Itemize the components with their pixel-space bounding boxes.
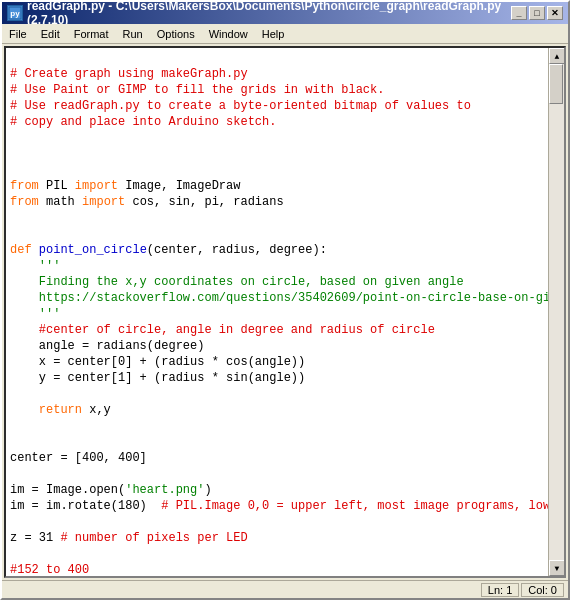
minimize-button[interactable]: _ xyxy=(511,6,527,20)
title-bar-buttons: _ □ ✕ xyxy=(511,6,563,20)
title-bar: py readGraph.py - C:\Users\MakersBox\Doc… xyxy=(2,2,568,24)
menu-item-edit[interactable]: Edit xyxy=(34,26,67,42)
close-button[interactable]: ✕ xyxy=(547,6,563,20)
scroll-track[interactable] xyxy=(549,64,564,560)
menu-bar: FileEditFormatRunOptionsWindowHelp xyxy=(2,24,568,44)
menu-item-file[interactable]: File xyxy=(2,26,34,42)
line-status: Ln: 1 xyxy=(481,583,519,597)
menu-item-options[interactable]: Options xyxy=(150,26,202,42)
scroll-down-button[interactable]: ▼ xyxy=(549,560,565,576)
code-content: # Create graph using makeGraph.py # Use … xyxy=(10,50,544,576)
svg-text:py: py xyxy=(10,9,20,18)
window-icon: py xyxy=(7,5,23,21)
main-window: py readGraph.py - C:\Users\MakersBox\Doc… xyxy=(0,0,570,600)
menu-item-run[interactable]: Run xyxy=(116,26,150,42)
menu-item-help[interactable]: Help xyxy=(255,26,292,42)
window-title: readGraph.py - C:\Users\MakersBox\Docume… xyxy=(27,0,511,27)
editor-container: # Create graph using makeGraph.py # Use … xyxy=(4,46,566,578)
col-status: Col: 0 xyxy=(521,583,564,597)
scroll-up-button[interactable]: ▲ xyxy=(549,48,565,64)
menu-item-window[interactable]: Window xyxy=(202,26,255,42)
code-area[interactable]: # Create graph using makeGraph.py # Use … xyxy=(6,48,548,576)
vertical-scrollbar[interactable]: ▲ ▼ xyxy=(548,48,564,576)
maximize-button[interactable]: □ xyxy=(529,6,545,20)
title-bar-left: py readGraph.py - C:\Users\MakersBox\Doc… xyxy=(7,0,511,27)
scroll-thumb[interactable] xyxy=(549,64,563,104)
status-bar: Ln: 1 Col: 0 xyxy=(2,580,568,598)
menu-item-format[interactable]: Format xyxy=(67,26,116,42)
